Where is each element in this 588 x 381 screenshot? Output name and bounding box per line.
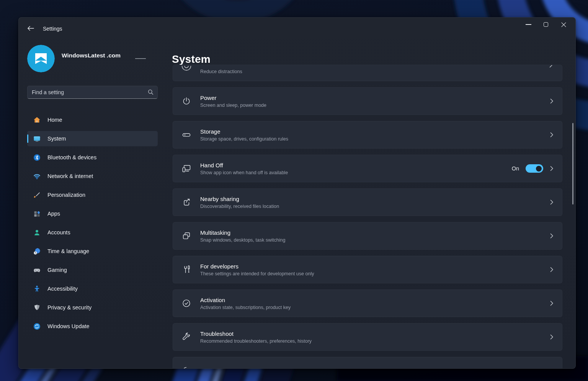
settings-row-storage[interactable]: Storage Storage space, drives, configura…: [173, 121, 562, 149]
personalization-icon: [33, 191, 41, 199]
sidebar-item-label: Time & language: [47, 248, 89, 254]
accessibility-icon: [33, 285, 41, 293]
sidebar-item-network-internet[interactable]: Network & internet: [27, 168, 158, 184]
sidebar-item-label: Personalization: [47, 192, 85, 198]
chevron-right-icon: [550, 166, 554, 171]
maximize-icon: [544, 22, 548, 27]
row-title: Hand Off: [200, 162, 512, 168]
row-subtitle: Reduce distractions: [200, 69, 242, 74]
windows-update-icon: [33, 322, 41, 330]
chevron-right-icon: [550, 267, 554, 272]
settings-window: Settings WindowsLatest .com: [18, 17, 576, 369]
storage-icon: [181, 130, 191, 140]
developers-icon: [181, 265, 191, 275]
handoff-toggle[interactable]: [526, 164, 543, 173]
chevron-right-icon: [550, 132, 554, 137]
row-title: Activation: [200, 297, 543, 303]
row-subtitle: Discoverability, received files location: [200, 204, 543, 209]
troubleshoot-icon: [181, 332, 191, 342]
row-title: Troubleshoot: [200, 330, 543, 337]
sidebar-item-label: Apps: [47, 211, 60, 217]
row-title: Storage: [200, 128, 543, 135]
sidebar-item-label: Gaming: [47, 267, 67, 273]
back-button[interactable]: [25, 23, 36, 34]
sidebar-item-label: Privacy & security: [47, 304, 91, 311]
row-title: Multitasking: [200, 229, 543, 236]
close-button[interactable]: [555, 18, 572, 31]
multitasking-icon: [181, 231, 191, 241]
sidebar-item-label: System: [47, 136, 66, 142]
gaming-icon: [33, 266, 41, 274]
recovery-icon: [181, 366, 191, 369]
row-title: Power: [200, 95, 543, 101]
settings-row-power[interactable]: Power Screen and sleep, power mode: [173, 87, 562, 115]
bluetooth-icon: [33, 154, 41, 162]
sidebar-item-accessibility[interactable]: Accessibility: [27, 281, 158, 296]
minimize-icon: [526, 24, 531, 25]
settings-row-activation[interactable]: Activation Activation state, subscriptio…: [173, 289, 562, 317]
sidebar-item-privacy-security[interactable]: Privacy & security: [27, 300, 158, 315]
row-subtitle: Recommended troubleshooters, preferences…: [200, 338, 543, 344]
row-subtitle: Show app icon when hand off is available: [200, 170, 512, 175]
settings-row-nearby-sharing[interactable]: Nearby sharing Discoverability, received…: [173, 188, 562, 216]
chevron-right-icon: [550, 98, 554, 104]
toggle-knob: [536, 166, 542, 172]
row-subtitle: Activation state, subscriptions, product…: [200, 305, 543, 310]
sidebar-item-label: Bluetooth & devices: [47, 154, 96, 160]
activation-icon: [181, 298, 191, 308]
apps-icon: [33, 210, 41, 218]
focus-icon: [181, 66, 191, 73]
row-title: Nearby sharing: [200, 196, 543, 202]
sidebar-item-bluetooth-devices[interactable]: Bluetooth & devices: [27, 150, 158, 165]
maximize-button[interactable]: [537, 18, 555, 31]
handoff-icon: [181, 164, 191, 173]
user-name: WindowsLatest .com: [62, 52, 121, 59]
window-controls: [519, 18, 572, 31]
chevron-right-icon: [549, 65, 553, 69]
minimize-button[interactable]: [519, 18, 537, 31]
search-box: [27, 86, 158, 99]
sidebar-item-label: Accounts: [47, 229, 70, 235]
home-icon: [33, 116, 41, 124]
system-icon: [33, 135, 41, 143]
back-arrow-icon: [27, 25, 34, 31]
sidebar-item-system[interactable]: System: [27, 131, 158, 146]
scrollbar-thumb[interactable]: [572, 123, 573, 204]
close-icon: [561, 22, 566, 27]
user-subtitle-dash: [135, 58, 146, 59]
sidebar-item-accounts[interactable]: Accounts: [27, 225, 158, 240]
search-input[interactable]: [27, 86, 158, 99]
accounts-icon: [33, 229, 41, 237]
chevron-right-icon: [550, 233, 554, 239]
settings-row-hand-off[interactable]: Hand Off Show app icon when hand off is …: [173, 155, 562, 182]
settings-row-focus-partial[interactable]: Reduce distractions: [173, 65, 562, 81]
toggle-state-label: On: [512, 165, 519, 172]
row-subtitle: Storage space, drives, configuration rul…: [200, 136, 543, 142]
sidebar-item-windows-update[interactable]: Windows Update: [27, 319, 158, 334]
row-subtitle: Screen and sleep, power mode: [200, 103, 543, 108]
sidebar-item-personalization[interactable]: Personalization: [27, 187, 158, 203]
network-icon: [33, 172, 41, 180]
page-title: System: [172, 53, 211, 65]
selection-pill: [27, 134, 28, 143]
settings-list: Reduce distractions Power Screen and sle…: [173, 65, 562, 369]
settings-row-troubleshoot[interactable]: Troubleshoot Recommended troubleshooters…: [173, 323, 562, 351]
sidebar-item-label: Home: [47, 117, 62, 123]
chevron-right-icon: [550, 334, 554, 340]
row-title: For developers: [200, 263, 543, 270]
avatar[interactable]: [27, 45, 55, 72]
sidebar-item-time-language[interactable]: Time & language: [27, 244, 158, 259]
power-icon: [181, 96, 191, 106]
settings-row-recovery-partial[interactable]: Recovery: [173, 357, 562, 369]
sidebar-item-label: Network & internet: [47, 173, 93, 179]
sidebar-item-label: Windows Update: [47, 323, 90, 329]
sidebar-item-gaming[interactable]: Gaming: [27, 262, 158, 278]
settings-row-for-developers[interactable]: For developers These settings are intend…: [173, 256, 562, 283]
windowslatest-logo: [27, 45, 55, 72]
privacy-icon: [33, 304, 41, 312]
row-subtitle: Snap windows, desktops, task switching: [200, 237, 543, 243]
sidebar-item-home[interactable]: Home: [27, 112, 158, 128]
settings-row-multitasking[interactable]: Multitasking Snap windows, desktops, tas…: [173, 222, 562, 250]
sidebar-item-apps[interactable]: Apps: [27, 206, 158, 221]
sidebar-item-label: Accessibility: [47, 286, 78, 292]
